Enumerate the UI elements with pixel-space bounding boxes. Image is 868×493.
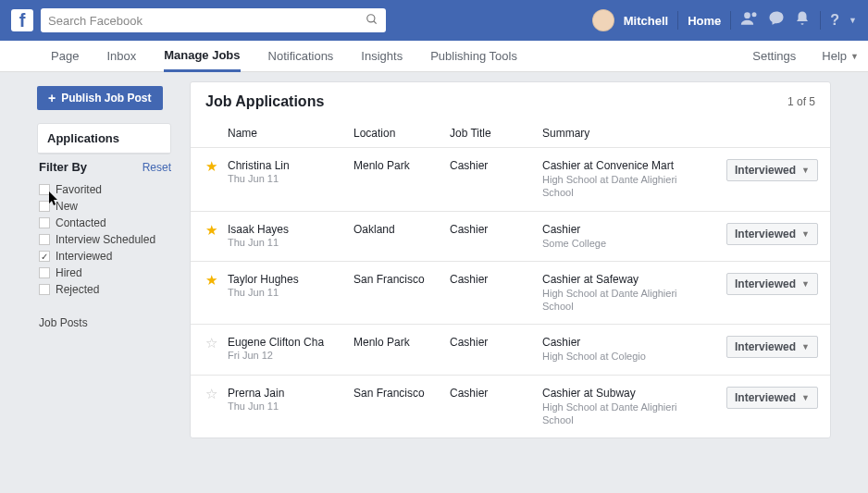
col-name: Name [228, 127, 353, 140]
filter-list: FavoritedNewContactedInterview Scheduled… [39, 178, 171, 298]
job-posts-link[interactable]: Job Posts [39, 316, 171, 329]
search-input[interactable] [48, 14, 366, 28]
help-dropdown[interactable]: Help▼ [822, 49, 859, 63]
search-box[interactable] [41, 8, 386, 32]
location: Oakland [353, 223, 450, 236]
filter-label: Hired [56, 266, 82, 279]
plus-icon: + [48, 92, 56, 105]
topbar-right: Mitchell Home ? ▼ [592, 9, 857, 32]
summary-sub: High School at Dante Alighieri School [542, 287, 690, 314]
filter-item[interactable]: Favorited [39, 181, 171, 198]
svg-point-0 [367, 14, 375, 21]
status-dropdown[interactable]: Interviewed▼ [726, 273, 818, 295]
subnav-inbox[interactable]: Inbox [106, 41, 136, 72]
avatar[interactable] [592, 9, 614, 31]
filter-label: Interview Scheduled [56, 233, 155, 246]
summary-sub: Some College [542, 237, 690, 250]
filter-item[interactable]: ✓Interviewed [39, 248, 171, 265]
facebook-logo[interactable]: f [11, 9, 33, 31]
applications-header[interactable]: Applications [38, 124, 170, 154]
star-icon[interactable]: ★ [205, 222, 217, 238]
help-icon[interactable]: ? [830, 12, 839, 29]
topbar: f Mitchell Home ? ▼ [0, 0, 868, 41]
svg-point-3 [752, 12, 757, 17]
sidebar: + Publish Job Post Applications Filter B… [0, 81, 171, 438]
checkbox-icon[interactable] [39, 184, 50, 195]
summary-title: Cashier [542, 336, 726, 349]
checkbox-icon[interactable] [39, 267, 50, 278]
summary-sub: High School at Dante Alighieri School [542, 401, 690, 427]
pager-text: 1 of 5 [787, 95, 815, 108]
username[interactable]: Mitchell [624, 14, 668, 28]
applied-date: Fri Jun 12 [228, 350, 353, 361]
subnav: Page Inbox Manage Jobs Notifications Ins… [0, 41, 868, 72]
notifications-icon[interactable] [794, 10, 811, 31]
star-icon[interactable]: ☆ [205, 335, 217, 351]
summary-title: Cashier [542, 223, 726, 236]
applied-date: Thu Jun 11 [228, 287, 353, 298]
col-job-title: Job Title [450, 127, 542, 140]
reset-link[interactable]: Reset [143, 161, 171, 174]
filter-item[interactable]: Interview Scheduled [39, 231, 171, 248]
applicant-name: Prerna Jain [228, 387, 353, 400]
applied-date: Thu Jun 11 [228, 237, 353, 248]
pager: 1 of 5 [787, 95, 815, 108]
filter-item[interactable]: New [39, 198, 171, 215]
card-header: Job Applications 1 of 5 [191, 82, 830, 121]
subnav-insights[interactable]: Insights [361, 41, 403, 72]
subnav-page[interactable]: Page [51, 41, 79, 72]
page-title: Job Applications [205, 93, 324, 110]
subnav-publishing-tools[interactable]: Publishing Tools [430, 41, 517, 72]
applicant-name: Christina Lin [228, 159, 353, 172]
account-menu-caret-icon[interactable]: ▼ [849, 16, 857, 25]
table-row[interactable]: ☆Eugene Clifton ChaFri Jun 12Menlo ParkC… [191, 325, 830, 375]
status-label: Interviewed [735, 164, 796, 177]
summary-sub: High School at Colegio [542, 350, 690, 363]
table-row[interactable]: ☆Prerna JainThu Jun 11San FranciscoCashi… [191, 376, 830, 438]
job-title: Cashier [450, 387, 542, 400]
status-label: Interviewed [735, 391, 796, 404]
search-icon[interactable] [366, 13, 378, 29]
checkbox-icon[interactable] [39, 234, 50, 245]
status-dropdown[interactable]: Interviewed▼ [726, 387, 818, 409]
status-dropdown[interactable]: Interviewed▼ [726, 336, 818, 358]
checkbox-icon[interactable]: ✓ [39, 251, 50, 262]
applicant-name: Taylor Hughes [228, 273, 353, 286]
star-icon[interactable]: ★ [205, 158, 217, 174]
status-dropdown[interactable]: Interviewed▼ [726, 159, 818, 181]
table-row[interactable]: ★Christina LinThu Jun 11Menlo ParkCashie… [191, 148, 830, 212]
friend-requests-icon[interactable] [740, 9, 759, 32]
publish-job-post-button[interactable]: + Publish Job Post [37, 86, 163, 110]
applied-date: Thu Jun 11 [228, 173, 353, 184]
subnav-manage-jobs[interactable]: Manage Jobs [164, 41, 240, 72]
checkbox-icon[interactable] [39, 217, 50, 228]
filter-item[interactable]: Rejected [39, 281, 171, 298]
table-row[interactable]: ★Isaak HayesThu Jun 11OaklandCashierCash… [191, 212, 830, 262]
status-dropdown[interactable]: Interviewed▼ [726, 223, 818, 245]
filter-item[interactable]: Contacted [39, 215, 171, 231]
checkbox-icon[interactable] [39, 284, 50, 295]
table-body: ★Christina LinThu Jun 11Menlo ParkCashie… [191, 148, 830, 438]
col-summary: Summary [542, 127, 726, 140]
checkbox-icon[interactable] [39, 201, 50, 212]
chevron-down-icon: ▼ [801, 229, 810, 239]
star-icon[interactable]: ★ [205, 272, 217, 288]
filter-label: Favorited [56, 183, 102, 196]
summary-title: Cashier at Subway [542, 387, 726, 400]
location: Menlo Park [353, 159, 450, 172]
applications-panel: Applications [37, 123, 171, 154]
filter-item[interactable]: Hired [39, 265, 171, 281]
messenger-icon[interactable] [768, 10, 785, 31]
home-link[interactable]: Home [688, 14, 721, 28]
table-row[interactable]: ★Taylor HughesThu Jun 11San FranciscoCas… [191, 262, 830, 326]
svg-line-1 [374, 20, 377, 23]
status-label: Interviewed [735, 340, 796, 353]
subnav-notifications[interactable]: Notifications [268, 41, 334, 72]
chevron-down-icon: ▼ [801, 342, 810, 351]
status-label: Interviewed [735, 277, 796, 290]
job-title: Cashier [450, 159, 542, 172]
chevron-down-icon: ▼ [801, 279, 810, 289]
settings-link[interactable]: Settings [752, 49, 796, 63]
filter-by-label: Filter By [39, 160, 87, 174]
star-icon[interactable]: ☆ [205, 386, 217, 401]
